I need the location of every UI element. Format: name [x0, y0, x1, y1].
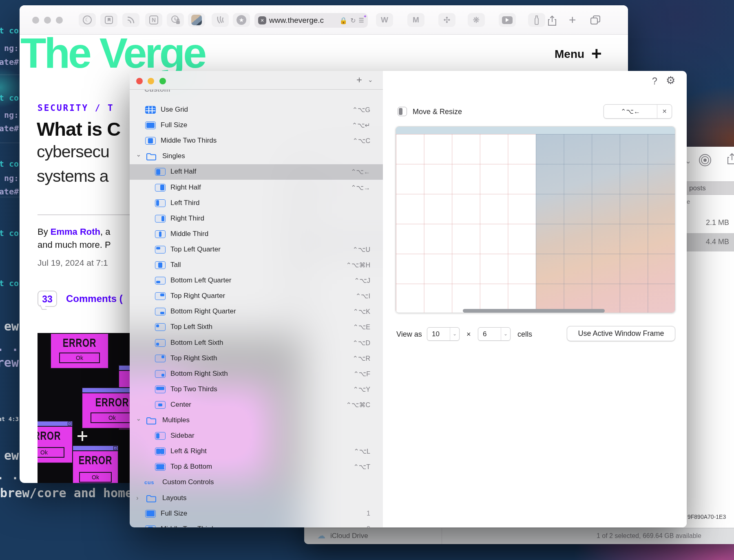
clear-shortcut-button[interactable]: ✕ [657, 105, 672, 118]
layout-row-middle-third[interactable]: Middle Third [130, 227, 383, 242]
layout-row-singles[interactable]: ⌄Singles [130, 149, 383, 164]
terminal-pane-divider [0, 143, 20, 143]
chevron-down-icon[interactable]: ⌄ [136, 151, 141, 158]
reader-icon[interactable]: ☰✦ [359, 17, 364, 24]
close-window-button[interactable] [136, 78, 143, 84]
chevron-down-icon[interactable]: ⌄ [368, 76, 373, 84]
bottom-left-quarter-zone-icon [155, 277, 166, 284]
layout-row-middle-two-thirds[interactable]: Middle Two Thirds2 [130, 522, 383, 527]
grid-preview[interactable] [396, 126, 675, 313]
grid-icon [145, 106, 156, 114]
layout-row-custom-controls[interactable]: cusCustom Controls [130, 475, 383, 490]
terminal-text-fragment: rew [0, 355, 19, 370]
star-extension-button[interactable]: ★ [233, 13, 250, 27]
verge-logo[interactable]: The Verge [20, 29, 205, 77]
add-layout-button[interactable]: + [356, 74, 362, 86]
privacy-lock-extension-button[interactable] [167, 13, 184, 27]
gear-icon[interactable]: ⚙ [666, 74, 675, 87]
author-link[interactable]: Emma Roth [51, 227, 100, 237]
layout-row-full-size[interactable]: Full Size1 [130, 506, 383, 522]
layout-row-top-left-quarter[interactable]: Top Left Quarter⌃⌥U [130, 242, 383, 258]
youtube-extension-button[interactable] [499, 13, 516, 27]
rss-icon [126, 15, 135, 24]
close-window-button[interactable] [32, 17, 39, 24]
claw-icon [216, 15, 225, 24]
middle-two-thirds-zone-icon [145, 525, 156, 527]
moon-extension-button[interactable]: ☾ [79, 13, 96, 27]
layout-row-bottom-left-sixth[interactable]: Bottom Left Sixth⌃⌥D [130, 335, 383, 351]
pinwheel-extension-button[interactable]: ✣ [438, 13, 455, 27]
minimize-window-button[interactable] [44, 17, 51, 24]
floral-extension-button[interactable]: ❋ [468, 13, 485, 27]
letter-m-extension-button[interactable]: M [407, 13, 424, 27]
notion-icon: N [149, 15, 158, 24]
bottle-extension-button[interactable] [528, 13, 545, 27]
move-resize-checkbox[interactable] [398, 107, 407, 116]
layout-row-left-right[interactable]: Left & Right⌃⌥L [130, 444, 383, 459]
new-tab-icon[interactable]: + [569, 15, 576, 26]
tab-overview-icon[interactable] [590, 15, 601, 26]
url-text[interactable]: www.theverge.c [269, 16, 336, 25]
minimize-window-button[interactable] [148, 78, 154, 84]
comments-link[interactable]: Comments ( [66, 293, 123, 304]
preview-wallpaper-zone[interactable] [536, 134, 675, 313]
layout-row-middle-two-thirds[interactable]: Middle Two Thirds⌃⌥C [130, 133, 383, 149]
layout-row-use-grid[interactable]: Use Grid⌃⌥G [130, 102, 383, 118]
layout-row-bottom-left-quarter[interactable]: Bottom Left Quarter⌃⌥J [130, 273, 383, 289]
claw-extension-button[interactable] [212, 13, 229, 27]
layout-row-multiples[interactable]: ⌄Multiples [130, 413, 383, 428]
layout-row-top-right-sixth[interactable]: Top Right Sixth⌃⌥R [130, 351, 383, 366]
layout-row-right-third[interactable]: Right Third [130, 211, 383, 227]
popup-titlebar[interactable]: + ⌄ [130, 71, 383, 89]
address-bar[interactable]: ✕ www.theverge.c 🔒 ↻ ☰✦ [254, 13, 368, 28]
layout-row-top-left-sixth[interactable]: Top Left Sixth⌃⌥E [130, 320, 383, 335]
layout-row-sidebar[interactable]: Sidebar [130, 428, 383, 444]
menu-button[interactable]: Menu [555, 48, 584, 61]
file-size: 4.4 MB [706, 238, 729, 246]
layout-row-left-third[interactable]: Left Third [130, 196, 383, 211]
layout-row-left-half[interactable]: Left Half⌃⌥← [130, 164, 383, 180]
layout-row-top-right-quarter[interactable]: Top Right Quarter⌃⌥I [130, 289, 383, 304]
zoom-window-button[interactable] [159, 78, 166, 84]
layout-row-bottom-right-quarter[interactable]: Bottom Right Quarter⌃⌥K [130, 304, 383, 320]
terminal-pane-divider [0, 75, 20, 75]
rss-extension-button[interactable] [122, 13, 139, 27]
layout-row-bottom-right-sixth[interactable]: Bottom Right Sixth⌃⌥F [130, 366, 383, 382]
avatar[interactable] [188, 13, 205, 27]
multiply-label: × [466, 330, 471, 339]
comments-bubble-icon[interactable]: 33 [38, 291, 57, 307]
columns-select[interactable]: 10 ⌄ [427, 327, 460, 341]
close-icon: × [113, 446, 117, 450]
share-icon[interactable] [547, 15, 557, 28]
chevron-right-icon[interactable]: › [136, 494, 139, 502]
status-location[interactable]: iCloud Drive [330, 532, 368, 540]
preview-left-half-zone[interactable] [396, 134, 536, 313]
bookmark-extension-button[interactable] [100, 13, 117, 27]
rows-select[interactable]: 6 ⌄ [478, 327, 511, 341]
help-button[interactable]: ? [652, 76, 657, 87]
zoom-window-button[interactable] [56, 17, 63, 24]
layout-row-right-half[interactable]: Right Half⌃⌥→ [130, 180, 383, 196]
share-icon[interactable] [727, 153, 734, 167]
chevron-down-icon[interactable]: ⌄ [136, 415, 141, 422]
menu-plus-icon[interactable]: + [591, 44, 602, 64]
use-active-window-frame-button[interactable]: Use Active Window Frame [567, 326, 675, 341]
layout-row-tall[interactable]: Tall⌃⌥⌘H [130, 258, 383, 273]
finder-file-id: 9F890A70-1E3 [688, 514, 726, 520]
article-category[interactable]: SECURITY / T [38, 103, 114, 113]
layout-row-center[interactable]: Center⌃⌥⌘C [130, 397, 383, 413]
notion-extension-button[interactable]: N [145, 13, 162, 27]
reload-icon[interactable]: ↻ [350, 17, 356, 24]
layout-row-top-bottom[interactable]: Top & Bottom⌃⌥T [130, 459, 383, 475]
terminal-text-fragment: ew. . [0, 468, 19, 482]
shortcut-label: ⌃⌥D [353, 339, 370, 347]
layout-row-full-size[interactable]: Full Size⌃⌥↵ [130, 118, 383, 133]
layout-row-layouts[interactable]: ›Layouts [130, 491, 383, 506]
rows-value: 6 [478, 328, 501, 340]
layout-row-top-two-thirds[interactable]: Top Two Thirds⌃⌥Y [130, 382, 383, 397]
bottom-right-quarter-zone-icon [155, 308, 166, 315]
wikipedia-extension-button[interactable]: W [376, 13, 393, 27]
shortcut-field[interactable]: ⌃⌥← ✕ [604, 104, 672, 119]
airdrop-icon[interactable] [698, 153, 712, 169]
shortcut-value[interactable]: ⌃⌥← [604, 105, 657, 118]
